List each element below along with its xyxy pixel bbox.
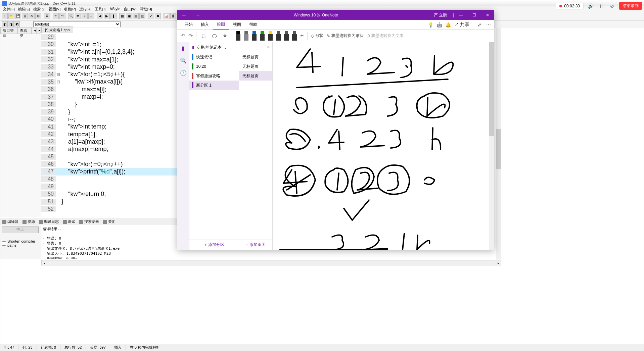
tab-project[interactable]: 项目管理 [0, 27, 17, 34]
code-line[interactable]: 44 a[maxp]=temp; [41, 145, 177, 153]
insert-button[interactable]: ◧ [2, 21, 8, 27]
forward-button[interactable]: → [191, 12, 204, 18]
back-button[interactable]: ← [177, 12, 191, 18]
code-line[interactable]: 46 "kw">for(i=0;i<n;i++) [41, 160, 177, 168]
pages-sort[interactable]: ≡ [239, 42, 272, 52]
menu-item[interactable]: 编辑[E] [17, 6, 31, 12]
code-line[interactable]: 48 [41, 176, 177, 183]
print-button[interactable]: 🖶 [44, 13, 50, 19]
notifications-icon[interactable]: 🔔 [441, 20, 450, 29]
section-item[interactable]: 寒假旅游攻略 [189, 71, 239, 81]
menu-item[interactable]: 文件[F] [2, 6, 16, 12]
menu-item[interactable]: 窗口[W] [122, 6, 138, 12]
code-line[interactable]: 49 [41, 183, 177, 190]
section-item[interactable]: 新分区 1 [189, 81, 239, 90]
bookmark-button[interactable]: ❚ [110, 13, 117, 19]
shape-button[interactable]: ◇ 形状 [311, 33, 323, 39]
compile-run-button[interactable]: ▤ [133, 13, 139, 19]
pen-black[interactable] [236, 31, 240, 41]
goto-button[interactable]: → [88, 13, 94, 19]
page-item[interactable]: 无标题页 [239, 52, 272, 62]
notebook-header[interactable]: ▮ 立鹏 的笔记本 ⌄ [189, 42, 239, 52]
shorten-checkbox-input[interactable] [2, 241, 6, 246]
help-icon[interactable]: 🤖 [432, 20, 441, 29]
goto2-button[interactable]: ◩ [14, 21, 20, 27]
redo-button[interactable]: ↷ [59, 13, 65, 19]
replace-button[interactable]: ⇄ [75, 13, 81, 19]
ink-canvas[interactable] [273, 42, 489, 250]
code-line[interactable]: 52 [41, 205, 177, 213]
ink-to-shape-button[interactable]: ✎ 将墨迹转换为形状 [327, 33, 364, 39]
ribbon-tab[interactable]: 插入 [197, 20, 213, 29]
close-all-button[interactable]: ⊗ [35, 13, 41, 19]
bottom-tab[interactable]: 资源 [20, 218, 37, 225]
pen-dark2[interactable] [284, 31, 289, 41]
fullscreen-icon[interactable]: ⤢ [473, 20, 482, 29]
section-item[interactable]: 快速笔记 [189, 52, 239, 62]
maximize-button[interactable]: ☐ [467, 13, 481, 17]
find-button[interactable]: 🔍 [68, 13, 74, 19]
bottom-tab[interactable]: 编译器 [0, 218, 20, 225]
code-line[interactable]: 29 [41, 33, 177, 41]
code-editor[interactable]: 2930 "kw">int i=1;31 "kw">int a[n]={0,1,… [41, 33, 177, 217]
code-line[interactable]: 42 temp=a[1]; [41, 131, 177, 138]
scroll-right-icon[interactable]: ▸ [496, 261, 501, 265]
abort-button[interactable]: 中止 [2, 227, 39, 233]
code-line[interactable]: 45 [41, 153, 177, 160]
menu-item[interactable]: 工具[T] [93, 6, 108, 12]
add-page-button[interactable]: + 添加页面 [239, 240, 272, 250]
ribbon-tab[interactable]: 视图 [229, 20, 245, 29]
section-item[interactable]: 10.20 [189, 62, 239, 71]
page-item[interactable]: 无标题页 [239, 62, 272, 71]
close-window-button[interactable]: ✕ [481, 13, 494, 17]
code-line[interactable]: 38 } [41, 101, 177, 108]
minimize-button[interactable]: — [454, 13, 467, 17]
more-icon[interactable]: ⋯ [482, 20, 491, 29]
compile-output[interactable]: 编译结果... -------- - 错误: 0 - 警告: 0 - 输出文件名… [41, 225, 177, 259]
new-file-button[interactable]: ▫ [2, 13, 8, 19]
bottom-tab[interactable]: 关闭 [101, 218, 118, 225]
code-line[interactable]: 39 } [41, 108, 177, 115]
share-button[interactable]: ↗ 共享 [450, 20, 473, 30]
pen-dark1[interactable] [276, 31, 281, 41]
canvas-vscrollbar[interactable] [489, 42, 494, 250]
code-line[interactable]: 43 a[1]=a[maxp]; [41, 138, 177, 145]
ribbon-tab[interactable]: 帮助 [245, 20, 261, 29]
editor-hscrollbar[interactable]: ◂ ▸ [41, 260, 501, 265]
code-line[interactable]: 34⊟ "kw">for(i=1;i<5;i++){ [41, 70, 177, 78]
tab-classes[interactable]: 查看类 [17, 27, 32, 34]
pen-dark3[interactable] [292, 31, 297, 41]
code-line[interactable]: 30 "kw">int i=1; [41, 41, 177, 48]
recent-icon[interactable]: 🕓 [180, 70, 187, 76]
code-line[interactable]: 37 maxp=i; [41, 93, 177, 100]
open-button[interactable]: 📂 [8, 13, 14, 19]
code-line[interactable]: 35⊟ "kw">if(max<a[i]){ [41, 78, 177, 86]
code-line[interactable]: 36 max=a[i]; [41, 86, 177, 93]
save-button[interactable]: 💾 [15, 13, 21, 19]
remove-button[interactable]: 🗑 [170, 13, 176, 19]
code-line[interactable]: 50 "kw">return 0; [41, 190, 177, 198]
highlighter-yellow[interactable] [268, 31, 273, 41]
ribbon-tab[interactable]: 开始 [181, 20, 197, 29]
code-line[interactable]: 47 "kw">printf("%d",a[i]); [41, 168, 177, 175]
save-all-button[interactable]: ⎙ [22, 13, 28, 19]
undo-icon[interactable]: ↶ [181, 33, 185, 39]
pan-tool[interactable]: ✥ [221, 32, 229, 40]
pen-blue[interactable] [252, 31, 257, 41]
menu-item[interactable]: 帮助[H] [139, 6, 153, 12]
editor-file-tab[interactable]: [*] 未命名1.cpp [41, 27, 73, 33]
toggle-button[interactable]: ◨ [8, 21, 14, 27]
add-pen-button[interactable]: + [300, 32, 304, 39]
bottom-tab[interactable]: 编译日志 [37, 218, 61, 225]
tell-me-icon[interactable]: 💡 [424, 20, 432, 29]
pen-green[interactable] [260, 31, 265, 41]
bottom-tab[interactable]: 搜索结果 [77, 218, 101, 225]
run-button[interactable]: ▣ [126, 13, 132, 19]
shorten-paths-checkbox[interactable]: Shorten compiler paths [2, 239, 40, 247]
bottom-tab[interactable]: 调试 [61, 218, 77, 225]
tab-nav-right[interactable]: ▸ [36, 27, 41, 34]
close-button[interactable]: ✕ [29, 13, 35, 19]
ribbon-tab[interactable]: 绘图 [213, 20, 229, 30]
compile-button[interactable]: ▦ [119, 13, 125, 19]
search-icon[interactable]: 🔍 [180, 57, 187, 64]
